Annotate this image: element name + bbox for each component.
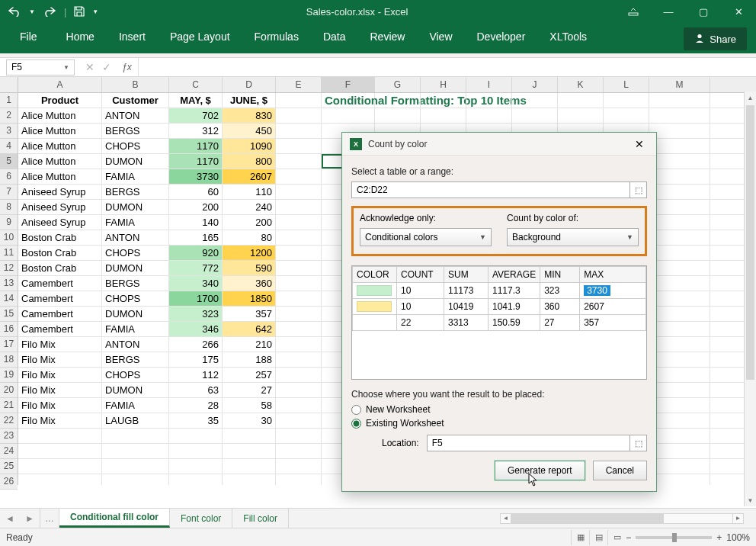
cell[interactable] [649,108,710,123]
cell[interactable] [649,276,710,291]
row-header[interactable]: 7 [0,185,18,200]
cell[interactable] [18,444,102,458]
cell[interactable]: 357 [223,307,276,321]
cell[interactable]: 830 [223,108,276,123]
cell[interactable]: Camembert [18,307,102,321]
cell[interactable] [169,474,223,485]
normal-view-icon[interactable]: ▦ [571,530,589,545]
page-break-view-icon[interactable]: ▭ [607,530,626,545]
cell[interactable]: Camembert [18,291,102,306]
cell[interactable]: Alice Mutton [18,124,102,138]
cell[interactable] [276,474,322,485]
formula-input[interactable] [138,58,756,76]
range-picker-icon[interactable]: ⬚ [630,181,647,198]
radio-new-input[interactable] [351,405,361,415]
cell[interactable]: 140 [169,215,223,230]
share-button[interactable]: Share [684,27,747,50]
horizontal-scrollbar[interactable]: ◄ ► [500,513,744,524]
cell[interactable] [276,459,322,474]
count-by-dropdown[interactable]: Background ▼ [507,228,639,246]
column-header[interactable]: K [558,77,604,92]
row-header[interactable]: 8 [0,200,18,215]
cell[interactable] [276,139,322,153]
cell[interactable] [421,108,466,123]
row-header[interactable]: 26 [0,474,18,490]
cell[interactable]: 3730 [169,169,223,184]
cell[interactable] [169,459,223,474]
cell[interactable]: 80 [223,230,276,245]
result-row[interactable]: 10104191041.93602607 [353,299,646,315]
tab-developer[interactable]: Developer [465,23,538,53]
column-header[interactable]: A [18,77,102,92]
cell[interactable] [649,154,710,169]
radio-existing-input[interactable] [351,419,361,429]
maximize-icon[interactable]: ▢ [686,0,721,23]
cell[interactable]: 346 [169,322,223,336]
cell[interactable]: 360 [223,276,276,291]
cell[interactable]: FAMIA [102,215,169,230]
cell[interactable] [276,93,322,108]
cell[interactable] [558,108,604,123]
cell[interactable]: DUMON [102,200,169,214]
tab-data[interactable]: Data [311,23,358,53]
cell[interactable]: Alice Mutton [18,108,102,123]
cell[interactable]: 920 [169,246,223,260]
row-header[interactable]: 12 [0,261,18,276]
cell[interactable]: 63 [169,383,223,397]
cell[interactable] [276,200,322,214]
cell[interactable]: 1090 [223,139,276,153]
cell[interactable]: Filo Mix [18,352,102,367]
cell[interactable] [276,169,322,184]
cell[interactable]: Camembert [18,276,102,291]
cell[interactable]: Boston Crab [18,246,102,260]
sheet-nav-next-icon[interactable]: ► [20,513,40,524]
cell[interactable]: Alice Mutton [18,154,102,169]
cell[interactable]: 450 [223,124,276,138]
tab-formulas[interactable]: Formulas [242,23,311,53]
cell[interactable] [276,154,322,169]
cell[interactable]: 200 [169,200,223,214]
row-header[interactable]: 16 [0,322,18,337]
cell[interactable]: Filo Mix [18,368,102,382]
cell[interactable]: Filo Mix [18,383,102,397]
scroll-up-icon[interactable]: ▲ [745,92,756,104]
row-header[interactable]: 5 [0,154,18,169]
cell[interactable]: DUMON [102,154,169,169]
cell[interactable]: 110 [223,185,276,199]
tab-xltools[interactable]: XLTools [537,23,599,53]
cell[interactable]: MAY, $ [169,93,223,108]
cell[interactable]: 1170 [169,154,223,169]
tab-home[interactable]: Home [54,23,107,53]
cell[interactable] [276,230,322,245]
row-header[interactable]: 1 [0,93,18,108]
tab-review[interactable]: Review [358,23,418,53]
row-header[interactable]: 25 [0,459,18,474]
acknowledge-dropdown[interactable]: Conditional colors ▼ [360,228,492,246]
row-header[interactable]: 3 [0,124,18,139]
cell[interactable] [276,307,322,321]
cell[interactable]: Alice Mutton [18,169,102,184]
cell[interactable] [649,383,710,397]
cell[interactable]: 1850 [223,291,276,306]
cell[interactable]: Alice Mutton [18,139,102,153]
cell[interactable]: 800 [223,154,276,169]
sheet-tab-active[interactable]: Conditional fill color [59,509,170,528]
cell[interactable] [276,444,322,458]
cell[interactable] [649,474,710,485]
result-row[interactable]: 223313150.5927357 [353,315,646,331]
column-header[interactable]: J [512,77,558,92]
cell[interactable] [276,276,322,291]
cell[interactable]: 210 [223,337,276,352]
cell[interactable]: Aniseed Syrup [18,215,102,230]
column-header[interactable]: M [649,77,710,92]
generate-report-button[interactable]: Generate report [495,461,585,480]
cell[interactable]: 200 [223,215,276,230]
row-header[interactable]: 10 [0,230,18,246]
cell[interactable] [223,474,276,485]
cell[interactable]: BERGS [102,124,169,138]
cell[interactable] [276,246,322,260]
scroll-right-icon[interactable]: ► [732,514,743,523]
cell[interactable]: CHOPS [102,246,169,260]
column-header[interactable]: E [276,77,322,92]
scrollbar-thumb[interactable] [511,514,664,523]
